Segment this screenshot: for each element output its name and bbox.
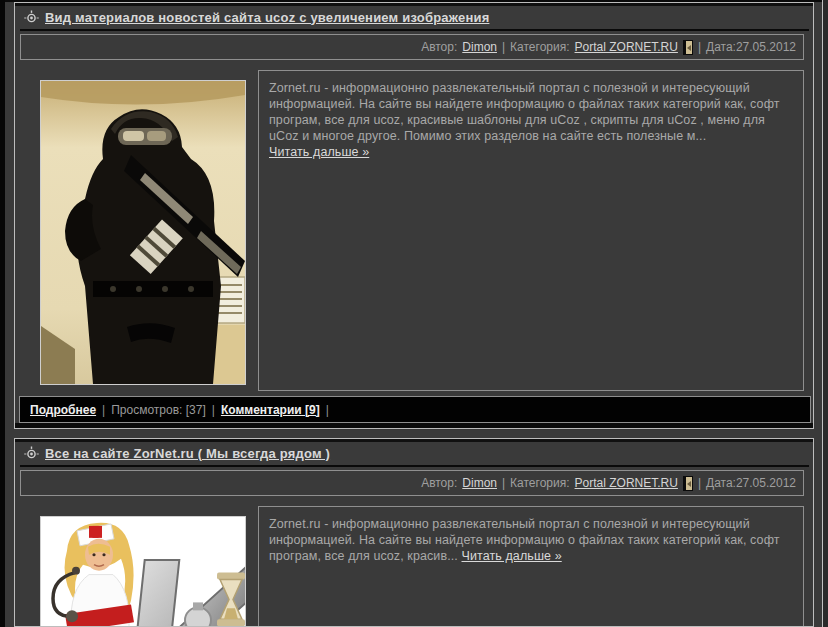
post-meta-bar: Автор: Dimon | Категория: Portal ZORNET.… bbox=[20, 34, 804, 60]
category-link[interactable]: Portal ZORNET.RU bbox=[575, 40, 678, 54]
page-viewport: Вид материалов новостей сайта ucoz с уве… bbox=[0, 0, 828, 627]
footer-separator: | bbox=[326, 403, 329, 417]
post-title-row: Вид материалов новостей сайта ucoz с уве… bbox=[15, 6, 813, 27]
page-canvas: Вид материалов новостей сайта ucoz с уве… bbox=[5, 0, 823, 627]
footer-separator: | bbox=[102, 403, 105, 417]
author-label: Автор: bbox=[421, 476, 457, 490]
crosshair-target-icon bbox=[24, 10, 39, 25]
post-excerpt-box: Zornet.ru - информационно развлекательны… bbox=[258, 70, 804, 391]
meta-separator: | bbox=[698, 476, 701, 490]
author-link[interactable]: Dimon bbox=[462, 40, 497, 54]
meta-separator: | bbox=[502, 476, 505, 490]
post-excerpt-box: Zornet.ru - информационно развлекательны… bbox=[258, 506, 804, 627]
category-thumbnail-arrow-icon bbox=[683, 476, 693, 491]
author-link[interactable]: Dimon bbox=[462, 476, 497, 490]
post-excerpt-text: Zornet.ru - информационно развлекательны… bbox=[269, 81, 780, 143]
news-post-2: Все на сайте ZorNet.ru ( Мы всегда рядом… bbox=[14, 438, 814, 627]
category-link[interactable]: Portal ZORNET.RU bbox=[575, 476, 678, 490]
post-footer-bar: Подробнее | Просмотров: [37] | Комментар… bbox=[19, 396, 811, 423]
crosshair-target-icon bbox=[24, 446, 39, 461]
meta-separator: | bbox=[502, 40, 505, 54]
nurse-k-photo-illustration: K bbox=[41, 517, 245, 627]
post-meta-bar: Автор: Dimon | Категория: Portal ZORNET.… bbox=[20, 470, 804, 496]
title-divider bbox=[20, 465, 809, 467]
post-title-row: Все на сайте ZorNet.ru ( Мы всегда рядом… bbox=[15, 442, 813, 463]
comments-link[interactable]: Комментарии [9] bbox=[221, 403, 320, 417]
details-link[interactable]: Подробнее bbox=[30, 403, 96, 417]
post-date: Дата:27.05.2012 bbox=[706, 476, 796, 490]
post-photo-soldier[interactable] bbox=[40, 80, 246, 385]
post-body: K bbox=[40, 506, 804, 627]
post-date: Дата:27.05.2012 bbox=[706, 40, 796, 54]
category-label: Категория: bbox=[510, 40, 569, 54]
post-title-link[interactable]: Вид материалов новостей сайта ucoz с уве… bbox=[45, 10, 489, 25]
post-title-link[interactable]: Все на сайте ZorNet.ru ( Мы всегда рядом… bbox=[45, 446, 330, 461]
footer-separator: | bbox=[212, 403, 215, 417]
meta-separator: | bbox=[698, 40, 701, 54]
news-post-1: Вид материалов новостей сайта ucoz с уве… bbox=[14, 2, 814, 429]
post-bottom-strip bbox=[15, 423, 813, 429]
read-more-link[interactable]: Читать дальше » bbox=[269, 145, 369, 159]
post-photo-nurse-k[interactable]: K bbox=[40, 516, 246, 627]
views-counter: Просмотров: [37] bbox=[111, 403, 206, 417]
author-label: Автор: bbox=[421, 40, 457, 54]
category-thumbnail-arrow-icon bbox=[683, 40, 693, 55]
read-more-link[interactable]: Читать дальше » bbox=[461, 549, 561, 563]
title-divider bbox=[20, 29, 809, 31]
post-body: Zornet.ru - информационно развлекательны… bbox=[40, 70, 804, 391]
soldier-photo-illustration bbox=[41, 81, 245, 384]
left-edge-strip bbox=[0, 0, 5, 627]
category-label: Категория: bbox=[510, 476, 569, 490]
